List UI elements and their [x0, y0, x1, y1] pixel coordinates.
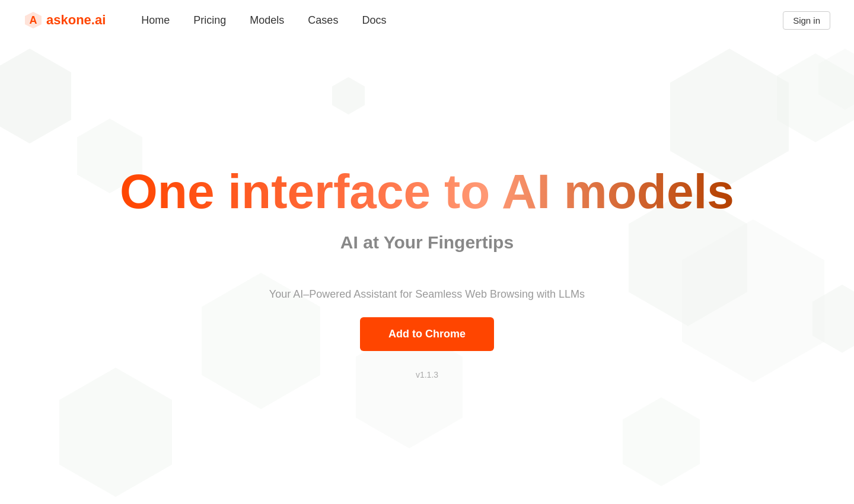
nav-links: Home Pricing Models Cases Docs: [141, 14, 783, 27]
nav-docs[interactable]: Docs: [362, 14, 386, 27]
logo[interactable]: A askone.ai: [24, 11, 106, 30]
navbar: A askone.ai Home Pricing Models Cases Do…: [0, 0, 854, 40]
nav-models[interactable]: Models: [250, 14, 284, 27]
add-to-chrome-button[interactable]: Add to Chrome: [360, 317, 494, 351]
hero-section: One interface to AI models AI at Your Fi…: [0, 40, 854, 504]
nav-cases[interactable]: Cases: [308, 14, 338, 27]
hero-description: Your AI–Powered Assistant for Seamless W…: [269, 288, 585, 301]
hero-subtitle: AI at Your Fingertips: [340, 232, 514, 253]
version-text: v1.1.3: [416, 370, 438, 379]
logo-text: askone.ai: [46, 12, 106, 28]
logo-icon: A: [24, 11, 43, 30]
svg-text:A: A: [30, 14, 37, 26]
nav-home[interactable]: Home: [141, 14, 170, 27]
hero-title: One interface to AI models: [120, 165, 734, 218]
sign-in-button[interactable]: Sign in: [783, 11, 830, 30]
nav-pricing[interactable]: Pricing: [193, 14, 226, 27]
